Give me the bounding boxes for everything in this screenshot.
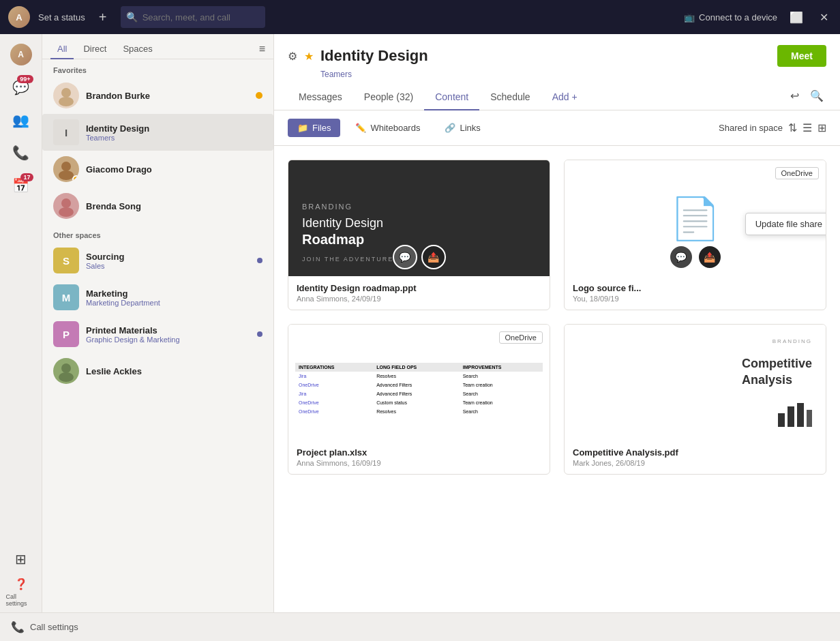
file-thumbnail-project: OneDrive INTEGRATIONS LONG FIELD OPS IMP… — [288, 325, 550, 441]
meet-button[interactable]: Meet — [777, 45, 826, 67]
onedrive-badge: OneDrive — [775, 167, 819, 179]
whiteboard-icon: ✏️ — [355, 123, 366, 133]
icon-sidebar: A 💬 99+ 👥 📞 📅 17 ⊞ ❓ Call settings — [0, 34, 42, 612]
unread-dot — [257, 331, 262, 337]
files-label: Files — [312, 123, 331, 133]
status-text[interactable]: Set a status — [38, 12, 85, 23]
avatar-giacomo — [53, 156, 79, 182]
chat-badge: 99+ — [17, 75, 33, 83]
call-settings-label[interactable]: Call settings — [30, 622, 78, 632]
call-settings-icon: 📞 — [11, 621, 25, 633]
tab-messages[interactable]: Messages — [288, 85, 353, 110]
add-button[interactable]: + — [93, 8, 112, 27]
chat-item-marketing[interactable]: M Marketing Marketing Department — [42, 279, 273, 316]
space-name: Printed Materials — [86, 325, 250, 336]
user-avatar[interactable]: A — [8, 6, 30, 28]
sidebar-item-help[interactable]: ❓ Call settings — [6, 577, 36, 607]
files-button[interactable]: 📁 Files — [288, 119, 340, 137]
chat-item-info-leslie: Leslie Ackles — [86, 366, 262, 376]
table-header: LONG FIELD OPS — [373, 363, 460, 372]
close-button[interactable]: ✕ — [815, 9, 832, 25]
list-view-button[interactable]: ☰ — [802, 121, 812, 134]
svg-rect-10 — [797, 403, 804, 427]
space-sub: Sales — [86, 262, 250, 270]
topbar: A Set a status + 🔍 📺 Connect to a device… — [0, 0, 840, 34]
avatar-printed: P — [53, 321, 79, 347]
content-header: ⚙ ★ Identity Design Meet Teamers Message… — [274, 34, 840, 110]
sidebar-item-calls[interactable]: 📞 — [6, 138, 36, 168]
avatar-brandon — [53, 83, 79, 108]
chat-item-brenda[interactable]: Brenda Song — [42, 188, 273, 224]
tab-spaces[interactable]: Spaces — [116, 40, 159, 59]
file-card-competitive[interactable]: BRANDING CompetitiveAnalysis — [564, 324, 826, 475]
svg-point-7 — [59, 372, 74, 382]
minimize-button[interactable]: ⬜ — [788, 9, 805, 25]
calendar-badge: 17 — [20, 173, 33, 181]
chat-item-brandon[interactable]: Brandon Burke — [42, 77, 273, 114]
topbar-right: 📺 Connect to a device ⬜ ✕ — [684, 9, 832, 25]
file-thumbnail-logo: OneDrive 📄 💬 📤 Update file share — [565, 160, 826, 276]
svg-point-5 — [59, 207, 74, 217]
sidebar-item-people[interactable]: 👥 — [6, 105, 36, 135]
grid-view-button[interactable]: ⊞ — [817, 121, 826, 134]
file-info-competitive: Competitive Analysis.pdf Mark Jones, 26/… — [565, 441, 826, 474]
settings-button[interactable]: ⚙ — [288, 50, 297, 63]
chat-item-identity[interactable]: I Identity Design Teamers — [42, 114, 273, 151]
contact-name: Brandon Burke — [86, 91, 249, 101]
favorite-button[interactable]: ★ — [304, 50, 314, 63]
whiteboards-label: Whiteboards — [370, 123, 420, 133]
filter-button[interactable]: ≡ — [259, 43, 265, 55]
favorites-label: Favorites — [42, 59, 273, 77]
help-label: Call settings — [6, 593, 36, 607]
search-wrap: 🔍 — [121, 6, 421, 28]
sort-button[interactable]: ⇅ — [788, 121, 797, 134]
connect-device-button[interactable]: 📺 Connect to a device — [684, 12, 777, 23]
search-input[interactable] — [121, 6, 265, 28]
links-button[interactable]: 🔗 Links — [435, 119, 490, 137]
space-sub: Graphic Design & Marketing — [86, 336, 250, 344]
file-card-project[interactable]: OneDrive INTEGRATIONS LONG FIELD OPS IMP… — [288, 324, 550, 475]
tab-content[interactable]: Content — [424, 85, 479, 110]
chat-item-sourcing[interactable]: S Sourcing Sales — [42, 242, 273, 279]
space-sub: Marketing Department — [86, 299, 262, 307]
space-name: Marketing — [86, 288, 262, 299]
file-card-logo[interactable]: OneDrive 📄 💬 📤 Update file share Logo so… — [564, 160, 826, 310]
chat-item-info-giacomo: Giacomo Drago — [86, 164, 262, 175]
file-meta: Anna Simmons, 16/09/19 — [297, 459, 541, 467]
channel-subtitle: Teamers — [320, 70, 352, 79]
space-name: Sourcing — [86, 252, 250, 262]
file-card-roadmap[interactable]: BRANDING Identity Design Roadmap JOIN TH… — [288, 160, 550, 310]
links-icon: 🔗 — [445, 123, 455, 133]
chat-item-printed[interactable]: P Printed Materials Graphic Design & Mar… — [42, 316, 273, 353]
share-button-avatar[interactable]: 📤 — [698, 245, 722, 269]
avatar-identity: I — [53, 119, 79, 145]
main-area: A 💬 99+ 👥 📞 📅 17 ⊞ ❓ Call settings All D… — [0, 34, 840, 612]
chat-item-info-brenda: Brenda Song — [86, 201, 262, 211]
subtitle-row: Teamers — [318, 70, 826, 85]
tab-schedule[interactable]: Schedule — [479, 85, 541, 110]
tab-direct[interactable]: Direct — [76, 40, 113, 59]
onedrive-badge-project: OneDrive — [499, 331, 543, 344]
chat-item-giacomo[interactable]: Giacomo Drago — [42, 151, 273, 188]
file-meta: Anna Simmons, 24/09/19 — [297, 295, 541, 303]
collaborator-avatar-3: 💬 — [669, 245, 693, 269]
thumb-title: Identity Design — [302, 216, 383, 230]
search-content-button[interactable]: 🔍 — [807, 87, 826, 105]
sidebar-item-calendar[interactable]: 📅 17 — [6, 170, 36, 200]
table-header: IMPROVEMENTS — [460, 363, 543, 372]
tooltip-update-file-share: Update file share — [745, 213, 826, 235]
file-info-logo: Logo source fi... You, 18/09/19 — [565, 276, 826, 310]
tab-all[interactable]: All — [50, 40, 74, 59]
sidebar-item-apps[interactable]: ⊞ — [6, 544, 36, 574]
tab-add[interactable]: Add + — [541, 85, 588, 110]
back-nav-button[interactable]: ↩ — [787, 87, 802, 105]
sidebar-item-chat[interactable]: 💬 99+ — [6, 72, 36, 102]
tab-people[interactable]: People (32) — [353, 85, 424, 110]
file-avatar-row-logo: 💬 📤 — [669, 245, 722, 269]
avatar-sourcing: S — [53, 248, 79, 273]
whiteboards-button[interactable]: ✏️ Whiteboards — [346, 119, 430, 137]
chat-item-leslie[interactable]: Leslie Ackles — [42, 353, 273, 389]
sidebar-item-avatar[interactable]: A — [6, 40, 36, 70]
calls-icon: 📞 — [12, 145, 29, 161]
file-meta: Mark Jones, 26/08/19 — [573, 459, 817, 467]
